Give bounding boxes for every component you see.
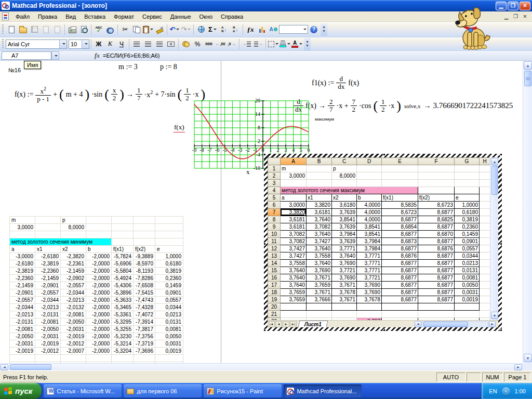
cell[interactable] xyxy=(455,311,480,318)
scroll-up-icon[interactable]: ▲ xyxy=(491,158,498,165)
row-header-4[interactable]: 4 xyxy=(268,187,281,194)
percent-icon[interactable]: % xyxy=(192,38,203,50)
row-header-11[interactable]: 11 xyxy=(268,238,281,245)
cell[interactable]: 0,0344 xyxy=(455,252,480,260)
cell[interactable]: 8,6877 xyxy=(382,260,418,267)
cell[interactable]: 3,6180 xyxy=(332,202,357,209)
solve-expression[interactable]: ddx f(x) → 27 ·x + 72 ·cos ( 12 ·x ) sol… xyxy=(294,98,513,114)
cell[interactable]: 0,0213 xyxy=(455,260,480,267)
cell[interactable]: 3,7671 xyxy=(307,274,332,282)
thousands-icon[interactable]: 000 xyxy=(203,38,215,50)
sort-descending-icon[interactable]: ЯА↓ xyxy=(230,24,241,35)
format-painter-icon[interactable] xyxy=(154,24,165,35)
fx-icon[interactable]: fx xyxy=(95,52,100,60)
cell[interactable] xyxy=(382,180,418,187)
cell[interactable]: 0,0081 xyxy=(455,274,480,282)
cell[interactable] xyxy=(307,165,332,172)
increase-indent-icon[interactable]: → xyxy=(252,38,264,50)
cell[interactable]: 3,7690 xyxy=(357,289,382,296)
cell[interactable]: 3,3820 xyxy=(281,209,307,216)
cell[interactable]: 3,7082 xyxy=(307,223,332,231)
row-header-15[interactable]: 15 xyxy=(268,267,281,274)
excel-grid[interactable]: ABCDEFGH1mp23,00008,000034метод золотого… xyxy=(268,157,490,327)
resize-handle[interactable] xyxy=(263,329,266,331)
cell[interactable]: 0,0131 xyxy=(455,267,480,274)
menu-item[interactable]: Вид xyxy=(61,12,80,21)
toolbar-grip[interactable] xyxy=(2,39,4,49)
column-header-A[interactable]: A xyxy=(281,158,307,165)
cell[interactable]: 3,7690 xyxy=(307,267,332,274)
cell[interactable]: 3,7671 xyxy=(307,289,332,296)
cell[interactable]: 8,6825 xyxy=(418,216,455,223)
row-header-7[interactable]: 7 xyxy=(268,209,281,216)
cell[interactable]: 0,0901 xyxy=(455,238,480,245)
font-color-icon[interactable]: А xyxy=(291,38,303,50)
cell[interactable] xyxy=(382,303,418,311)
row-header-18[interactable]: 18 xyxy=(268,289,281,296)
row-header-5[interactable]: 5 xyxy=(268,194,281,202)
restore-button[interactable]: ❐ xyxy=(508,2,518,10)
font-name-combobox[interactable]: Arial Cyr xyxy=(6,39,67,49)
cell[interactable]: 8,6876 xyxy=(382,252,418,260)
menu-item[interactable]: Формат xyxy=(110,12,138,21)
resize-handle[interactable] xyxy=(263,243,266,245)
cell[interactable]: 3,7659 xyxy=(281,296,307,303)
cell[interactable] xyxy=(418,303,455,311)
cell[interactable]: 3,7659 xyxy=(281,289,307,296)
cell[interactable] xyxy=(480,245,490,252)
vertical-scrollbar[interactable]: ▲ ▼ xyxy=(523,61,532,363)
cell[interactable]: 3,7640 xyxy=(281,274,307,282)
cell[interactable]: 8,6723 xyxy=(382,209,418,216)
cell[interactable] xyxy=(332,311,357,318)
cell[interactable]: e xyxy=(455,194,480,202)
column-header-E[interactable]: E xyxy=(382,158,418,165)
cell[interactable] xyxy=(480,274,490,282)
cell[interactable] xyxy=(455,165,480,172)
cell[interactable] xyxy=(480,311,490,318)
italic-icon[interactable]: К xyxy=(104,38,116,50)
resize-handle[interactable] xyxy=(500,243,502,245)
cell[interactable]: 8,6876 xyxy=(418,245,455,252)
cell[interactable]: 3,7671 xyxy=(332,282,357,289)
cell[interactable]: 3,7721 xyxy=(357,274,382,282)
tray-chevron-icon[interactable]: ‹ xyxy=(502,387,510,395)
cell[interactable]: 3,7678 xyxy=(357,296,382,303)
cell[interactable]: 3,7082 xyxy=(281,231,307,238)
row-header-17[interactable]: 17 xyxy=(268,282,281,289)
cell[interactable] xyxy=(281,303,307,311)
cell[interactable]: 8,5835 xyxy=(382,202,418,209)
cell[interactable]: 0,0031 xyxy=(455,289,480,296)
cell[interactable]: 0,6180 xyxy=(455,209,480,216)
decrease-decimal-icon[interactable]: ,0→ xyxy=(226,38,237,50)
toolbar-options-icon[interactable]: ▾▾ xyxy=(304,38,311,50)
cell[interactable] xyxy=(455,303,480,311)
cell[interactable] xyxy=(480,165,490,172)
cell[interactable]: 8,6877 xyxy=(382,267,418,274)
cell[interactable]: 0,3819 xyxy=(455,216,480,223)
row-header-19[interactable]: 19 xyxy=(268,296,281,303)
child-restore-icon[interactable]: ❐ xyxy=(512,13,520,20)
menu-item[interactable]: Окно xyxy=(195,12,217,21)
cell[interactable] xyxy=(281,180,307,187)
minimize-button[interactable]: ▁ xyxy=(496,2,507,10)
zoom-combobox[interactable] xyxy=(279,25,308,34)
cell[interactable] xyxy=(455,172,480,180)
cell[interactable] xyxy=(357,303,382,311)
cell[interactable] xyxy=(418,165,455,172)
cell[interactable]: 8,6877 xyxy=(382,216,418,223)
spelling-icon[interactable]: ABC✓ xyxy=(93,24,104,35)
cell[interactable]: 0,1459 xyxy=(455,231,480,238)
cell[interactable]: 3,7640 xyxy=(307,260,332,267)
cell[interactable]: 3,7984 xyxy=(332,231,357,238)
cell[interactable]: 8,0000 xyxy=(332,172,357,180)
cell[interactable]: 8,6877 xyxy=(418,267,455,274)
cell[interactable]: 0,2360 xyxy=(455,223,480,231)
resize-handle[interactable] xyxy=(383,329,385,331)
cell[interactable] xyxy=(480,216,490,223)
first-sheet-icon[interactable]: |◄ xyxy=(268,321,275,327)
cell[interactable]: 3,7690 xyxy=(332,274,357,282)
paste-icon[interactable] xyxy=(142,24,154,35)
cell[interactable]: 3,7678 xyxy=(332,289,357,296)
m-definition[interactable]: m := 3 xyxy=(118,63,138,71)
cell[interactable]: 4,0000 xyxy=(357,209,382,216)
